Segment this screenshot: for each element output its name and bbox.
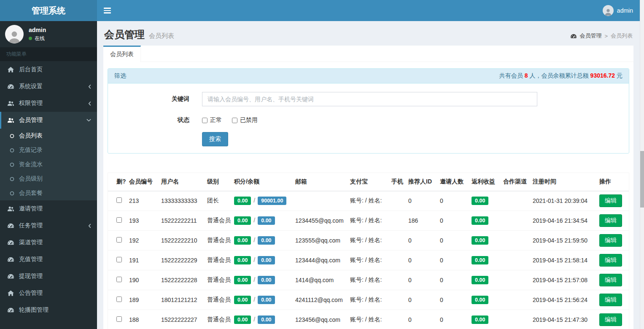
filter-panel: 筛选 共有会员8人，会员余额累计总额93016.72元 关键词 (108, 68, 629, 154)
slash-separator: / (253, 217, 255, 224)
column-header: 邀请人数 (437, 173, 468, 191)
breadcrumb-root[interactable]: 会员管理 (579, 32, 601, 40)
gauge-icon (8, 223, 15, 229)
status-option-disabled[interactable]: 已禁用 (232, 116, 258, 124)
row-checkbox[interactable] (116, 237, 122, 243)
gauge-icon (8, 240, 15, 245)
email-cell: 4241112@qq.com (292, 290, 347, 310)
phone-cell (388, 231, 405, 251)
chevron-down-icon (86, 119, 91, 122)
circle-icon (10, 134, 16, 138)
row-checkbox[interactable] (116, 217, 122, 223)
edit-button[interactable]: 编辑 (599, 274, 622, 286)
username-cell: 15222222227 (158, 310, 204, 329)
status-option-normal[interactable]: 正常 (202, 116, 222, 124)
sidebar-item-label: 轮播图管理 (19, 306, 49, 314)
rebate-badge: 0.00 (472, 236, 488, 245)
sidebar-item-9[interactable]: 提现管理 (0, 268, 97, 285)
users-icon (8, 117, 15, 123)
sidebar-item-8[interactable]: 充值管理 (0, 251, 97, 268)
status-checkbox-normal[interactable] (202, 118, 207, 123)
circle-icon (10, 177, 16, 181)
table-row: 19215222222210普通会员0.00/0.00123555@qq.com… (108, 231, 629, 251)
scrollbar-thumb[interactable] (640, 151, 644, 208)
level-cell: 普通会员 (204, 251, 231, 270)
navbar-user-menu[interactable]: admin (603, 0, 644, 21)
edit-button[interactable]: 编辑 (599, 254, 622, 267)
phone-cell (388, 290, 405, 310)
app-logo[interactable]: 管理系统 (0, 0, 97, 21)
breadcrumb-separator: > (604, 33, 608, 39)
edit-button[interactable]: 编辑 (599, 214, 622, 227)
row-checkbox[interactable] (116, 316, 122, 322)
tab-member-list[interactable]: 会员列表 (103, 46, 141, 62)
sidebar-item-10[interactable]: 公告管理 (0, 285, 97, 302)
avatar (5, 25, 24, 43)
actions-cell: 编辑 (596, 290, 629, 310)
slash-separator: / (253, 256, 255, 263)
table-header-row: 删?会员编号用户名级别积分/余额邮箱支付宝手机推荐人ID邀请人数返利收益合作渠道… (108, 173, 629, 191)
phone-cell (388, 270, 405, 290)
sidebar-item-5[interactable]: 邀请管理 (0, 200, 97, 217)
invite-count-cell: 0 (437, 251, 468, 270)
main-content: 会员管理会员列表 会员管理 > 会员列表 会员列表 筛选 (97, 21, 640, 329)
sidebar-item-label: 会员管理 (19, 116, 43, 124)
sidebar-item-3[interactable]: 权限管理 (0, 95, 97, 112)
edit-button[interactable]: 编辑 (599, 313, 622, 326)
email-cell: 123456@qq.com (292, 310, 347, 329)
sidebar-item-11[interactable]: 轮播图管理 (0, 302, 97, 318)
level-cell: 普通会员 (204, 310, 231, 329)
search-button[interactable]: 搜索 (202, 132, 228, 146)
points-badge: 0.00 (234, 216, 251, 225)
column-header: 会员编号 (126, 173, 158, 191)
rebate-cell: 0.00 (468, 251, 500, 270)
row-checkbox[interactable] (116, 257, 122, 262)
sidebar-subitem-1[interactable]: 会员列表 (0, 129, 97, 143)
referrer-id-cell: 0 (405, 290, 437, 310)
edit-button[interactable]: 编辑 (599, 294, 622, 306)
sidebar-subitem-2[interactable]: 充值记录 (0, 143, 97, 157)
member-id-cell: 189 (126, 290, 158, 310)
sidebar-item-1[interactable]: 后台首页 (0, 61, 97, 78)
hamburger-icon[interactable] (97, 0, 118, 21)
rebate-cell: 0.00 (468, 270, 500, 290)
sidebar-subitem-4[interactable]: 会员级别 (0, 172, 97, 186)
slash-separator: / (253, 197, 255, 204)
row-checkbox[interactable] (116, 197, 122, 203)
username-cell: 15222222211 (158, 211, 204, 231)
phone-cell (388, 310, 405, 329)
edit-button[interactable]: 编辑 (599, 194, 622, 207)
sidebar-item-4[interactable]: 会员管理 (0, 112, 97, 129)
alipay-cell: 账号: / 姓名: (347, 310, 388, 329)
alipay-cell: 账号: / 姓名: (347, 251, 388, 270)
points-badge: 0.00 (234, 276, 251, 284)
home-icon (8, 67, 15, 73)
tab-bar: 会员列表 (103, 46, 633, 62)
online-dot-icon (29, 37, 32, 40)
row-delete-cell (108, 270, 126, 290)
page-scrollbar (640, 0, 644, 329)
status-checkbox-disabled[interactable] (232, 118, 237, 123)
referrer-id-cell: 186 (405, 211, 437, 231)
alipay-cell: 账号: / 姓名: (347, 191, 388, 211)
row-delete-cell (108, 191, 126, 211)
row-checkbox[interactable] (116, 277, 122, 282)
row-delete-cell (108, 211, 126, 231)
sidebar-item-6[interactable]: 任务管理 (0, 217, 97, 234)
balance-badge: 0.00 (258, 216, 275, 225)
sidebar-subitem-5[interactable]: 会员套餐 (0, 186, 97, 200)
edit-button[interactable]: 编辑 (599, 234, 622, 247)
sidebar-item-7[interactable]: 渠道管理 (0, 234, 97, 251)
keyword-input[interactable] (202, 92, 537, 106)
phone-cell (388, 191, 405, 211)
actions-cell: 编辑 (596, 231, 629, 251)
sidebar-item-2[interactable]: 系统设置 (0, 78, 97, 95)
circle-icon (10, 148, 16, 153)
column-header: 手机 (388, 173, 405, 191)
app-root: 管理系统 admin admin 在线 功能菜单 (0, 0, 644, 329)
sidebar-subitem-label: 会员级别 (19, 175, 43, 183)
row-checkbox[interactable] (116, 297, 122, 302)
avatar (603, 5, 614, 16)
sidebar-item-label: 渠道管理 (19, 239, 43, 246)
sidebar-subitem-3[interactable]: 资金流水 (0, 157, 97, 172)
